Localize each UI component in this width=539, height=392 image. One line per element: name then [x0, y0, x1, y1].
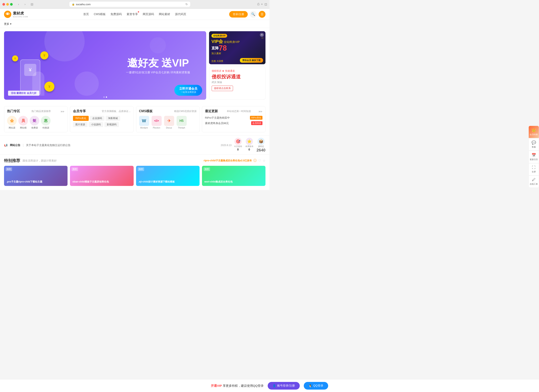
vip-close-button[interactable]: ✕: [260, 33, 264, 37]
forward-button[interactable]: ›: [22, 2, 28, 7]
tp-label: Thinkph: [178, 127, 185, 129]
card-2-label: 推荐: [72, 167, 78, 171]
banner-subtitle: 一邀请5位好友注册 VIP会员七折购 详询素材虎客服: [126, 71, 190, 74]
complaint-tag: 侵权投诉 ★ 快速通道: [212, 69, 263, 73]
close-button[interactable]: [2, 3, 5, 6]
free-icon: 矩: [30, 116, 39, 126]
reload-icon[interactable]: ↻: [185, 3, 188, 6]
minimize-button[interactable]: [6, 3, 9, 6]
speaker-icon: 📢: [4, 144, 7, 147]
card-1-title: .pro子主题ripro-child下载站主题: [6, 180, 65, 184]
total-icon: 📦: [257, 138, 265, 145]
traffic-lights: [2, 3, 13, 6]
cms-pbootcn[interactable]: </> Pbootcn: [152, 116, 162, 129]
notification-icon: ⓘ: [253, 159, 257, 163]
complaint-banner[interactable]: 侵权投诉 ★ 快速通道 侵权投诉通道 武汉 加油 侵权请点击联系: [209, 67, 265, 100]
browser-chrome: ‹ › ⊟ 🔒 sucaihu.com ↻ ⎙ + ⊡: [0, 0, 270, 9]
featured-card-3[interactable]: 推荐 .eji-child设计素材资源下载站模板: [136, 166, 200, 186]
cms-wordpress[interactable]: W Wordpre: [139, 116, 149, 129]
tag-image[interactable]: 图片资源: [73, 122, 87, 127]
nav-home[interactable]: 首页: [83, 12, 89, 17]
recent-item-1[interactable]: RiPro子主题热销卖中 RiPro美化: [205, 116, 262, 120]
search-area: ripro-child子主题集成后台美化包v2.0已发布 ⓘ ♡ ☆: [204, 159, 265, 163]
tag-taoke[interactable]: 淘客商城: [106, 116, 120, 121]
thinkphp-icon: H5: [177, 116, 187, 126]
featured-card-1[interactable]: 推荐 .pro子主题ripro-child下载站主题: [4, 166, 67, 186]
featured-card-4[interactable]: 推荐 wori-child集成后台美化包: [202, 166, 265, 186]
recent-title: 最近更新: [205, 109, 218, 113]
add-tab-button[interactable]: +: [261, 2, 263, 6]
lock-icon: 🔒: [72, 3, 75, 6]
cms-thinkphp[interactable]: H5 Thinkph: [177, 116, 187, 129]
vip-discount-number: 78: [219, 44, 227, 52]
vip-cta-text: 赞助会员 畅快下载: [242, 59, 261, 61]
hot-item-special[interactable]: 惠 特惠源: [41, 116, 51, 129]
like-icon[interactable]: ♡: [258, 159, 261, 163]
vip-cta-button[interactable]: 赞助会员 畅快下载: [240, 58, 263, 63]
hot-item-free[interactable]: 矩 免费源: [30, 116, 39, 129]
sidebar-toggle[interactable]: ⊟: [29, 2, 34, 7]
complaint-title: 侵权投诉通道: [212, 74, 263, 80]
hot-desc: 热门精品资源推荐: [31, 110, 51, 113]
pbootcn-icon: </>: [152, 116, 162, 126]
maximize-button[interactable]: [10, 3, 13, 6]
week-stat: ⭐ 本周发布 0: [245, 138, 253, 152]
browser-titlebar: ‹ › ⊟ 🔒 sucaihu.com ↻ ⎙ + ⊡: [0, 0, 270, 9]
recent-section: 最近更新 本站动态第一时间知道 ▶▶ RiPro子主题热销卖中 RiPro美化 …: [202, 106, 265, 132]
banner-dot-1[interactable]: [103, 96, 105, 98]
favorite-icon[interactable]: ☆: [263, 159, 265, 163]
login-button[interactable]: 登录/注册: [229, 11, 248, 18]
hot-more[interactable]: ▶▶: [61, 110, 64, 113]
cms-section-header: CMS模板 精选CMS优质好资源: [139, 109, 197, 113]
tag-enterprise[interactable]: 企业源码: [90, 116, 104, 121]
recent-item-2-label: 素材虎终身会员98元: [205, 122, 250, 125]
member-title: 会员专享: [73, 109, 86, 113]
tag-video[interactable]: 影视源码: [104, 122, 119, 127]
recent-item-2[interactable]: 素材虎终身会员98元 会员特卖: [205, 121, 262, 125]
search-button[interactable]: 🔍: [250, 11, 257, 18]
wp-label: Wordpre: [140, 127, 148, 129]
card-4-title: wori-child集成后台美化包: [204, 180, 263, 184]
more-button[interactable]: 更多 ▾: [4, 22, 11, 26]
featured-subtitle: 因生活而设计，因设计而美好: [23, 159, 57, 163]
window-button[interactable]: ⊡: [265, 2, 267, 6]
nav-free[interactable]: 免费源码: [111, 12, 122, 17]
nav-cms[interactable]: CMS模板: [94, 12, 106, 17]
cms-discuz[interactable]: ✈ Discuz: [164, 116, 174, 129]
featured-card-2[interactable]: 推荐 oban-child模板子主题原创美化包: [70, 166, 133, 186]
banner-title: 邀好友 送VIP: [126, 57, 190, 69]
tag-novel[interactable]: 小说源码: [89, 122, 103, 127]
hot-item-website[interactable]: 会 网站源: [7, 116, 17, 129]
recent-more[interactable]: ▶▶: [259, 110, 262, 113]
website: 👁 素材虎 SUCAIHU.COM 首页 CMS模板 免费源码 素资专享 网页源…: [0, 9, 270, 190]
banner-dot-2[interactable]: [106, 96, 107, 98]
logo-text: 素材虎 SUCAIHU.COM: [13, 11, 28, 18]
nav-vip[interactable]: 素资专享: [127, 12, 138, 17]
tag-ripro[interactable]: RiPro美化: [73, 116, 89, 121]
featured-title: 特别推荐: [4, 158, 20, 163]
pb-icon-text: </>: [154, 119, 159, 123]
today-stat: 🎯 今日发布 0: [234, 138, 242, 152]
browser-nav: ‹ ›: [16, 2, 28, 7]
main-banner[interactable]: ¥ ¥ ¥ ¥ 邀好友 送VIP 一邀请5位好友注册 VIP会员七折购 详询素材…: [4, 31, 206, 100]
logo-area[interactable]: 👁 素材虎 SUCAIHU.COM: [4, 11, 40, 18]
banner-cta[interactable]: 立即开通会员 一站享全网资源: [174, 85, 202, 96]
back-button[interactable]: ‹: [16, 2, 21, 7]
recent-desc: 本站动态第一时间知道: [227, 110, 251, 113]
sections-grid: 热门专区 热门精品资源推荐 ▶▶ 会 网站源 员 网站模: [0, 103, 270, 136]
nav-source[interactable]: 源代码页: [175, 12, 186, 17]
nav-material[interactable]: 网站素材: [159, 12, 170, 17]
nav-web[interactable]: 网页源码: [143, 12, 154, 17]
share-button[interactable]: ⎙: [257, 2, 260, 6]
sub-nav: 更多 ▾: [0, 20, 270, 28]
address-bar[interactable]: 🔒 sucaihu.com ↻: [69, 2, 190, 7]
pb-label: Pbootcn: [153, 127, 160, 129]
complaint-tag-suffix: 快速通道: [225, 70, 235, 72]
menu-button[interactable]: ☰: [259, 11, 265, 18]
vip-banner[interactable]: ✦✦✦ ✦✦ 全站终身VIP VIP会 全站终身VIP 直降 78 加入素材 恁…: [209, 31, 265, 64]
complaint-btn[interactable]: 侵权请点击联系: [212, 86, 233, 91]
hot-item-template[interactable]: 员 网站模: [18, 116, 28, 129]
banner-cta-main: 立即开通会员: [179, 87, 197, 91]
hot-section: 热门专区 热门精品资源推荐 ▶▶ 会 网站源 员 网站模: [4, 106, 67, 132]
special-icon: 惠: [41, 116, 51, 126]
